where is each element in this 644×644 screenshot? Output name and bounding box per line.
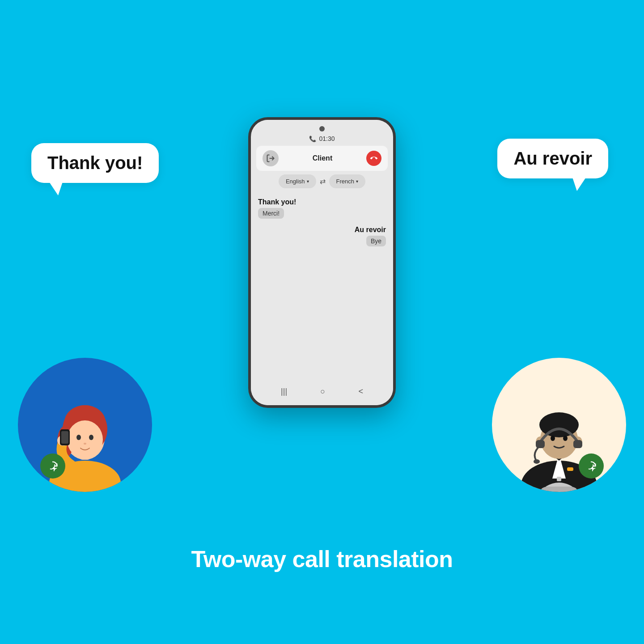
svg-point-10 [84, 443, 86, 445]
phone-call-icon: 📞 [309, 136, 316, 142]
svg-point-9 [89, 435, 93, 440]
svg-point-24 [551, 436, 555, 441]
svg-point-8 [76, 435, 81, 440]
svg-rect-13 [61, 431, 68, 444]
swap-languages-icon[interactable]: ⇄ [320, 177, 326, 186]
msg-translation-right: Bye [366, 236, 386, 246]
message-left: Thank you! Merci! [258, 198, 386, 219]
bubble-right: Au revoir [497, 139, 608, 178]
nav-home-icon[interactable]: ○ [320, 387, 325, 396]
main-scene: Thank you! Au revoir 📞 01:30 [0, 0, 644, 537]
svg-rect-31 [557, 477, 561, 481]
language-selector-row: English ▾ ⇄ French ▾ [256, 174, 388, 188]
svg-rect-26 [536, 440, 545, 448]
caller-name: Client [279, 154, 366, 162]
bubble-left: Thank you! [31, 143, 159, 183]
phone-badge-right [579, 453, 604, 479]
person-circle-left [18, 358, 152, 492]
svg-point-21 [539, 412, 579, 437]
language-left-selector[interactable]: English ▾ [279, 174, 316, 188]
msg-primary-left: Thank you! [258, 198, 296, 206]
chevron-down-icon-right: ▾ [356, 179, 358, 184]
phone-mockup: 📞 01:30 Client [248, 117, 396, 408]
svg-rect-27 [573, 440, 582, 448]
language-right-selector[interactable]: French ▾ [329, 174, 365, 188]
msg-translation-left: Merci! [258, 208, 284, 219]
caller-avatar [263, 150, 279, 166]
message-right: Au revoir Bye [258, 226, 386, 246]
msg-primary-right: Au revoir [355, 226, 386, 234]
nav-back-icon[interactable]: < [358, 387, 363, 396]
phone-nav-bar: ||| ○ < [251, 381, 393, 405]
end-call-button[interactable] [363, 148, 385, 169]
chat-area: Thank you! Merci! Au revoir Bye [251, 193, 393, 381]
call-timer: 📞 01:30 [251, 133, 393, 146]
svg-rect-29 [567, 467, 573, 471]
person-circle-right [492, 358, 626, 492]
phone-notch [251, 120, 393, 133]
chevron-down-icon-left: ▾ [307, 179, 309, 184]
svg-point-28 [534, 459, 540, 464]
svg-point-25 [563, 436, 568, 441]
caller-row: Client [256, 146, 388, 171]
phone-camera [319, 126, 325, 131]
bottom-title: Two-way call translation [0, 537, 644, 590]
phone-badge-left [40, 453, 65, 479]
nav-menu-icon[interactable]: ||| [281, 387, 287, 396]
svg-point-7 [67, 420, 103, 459]
